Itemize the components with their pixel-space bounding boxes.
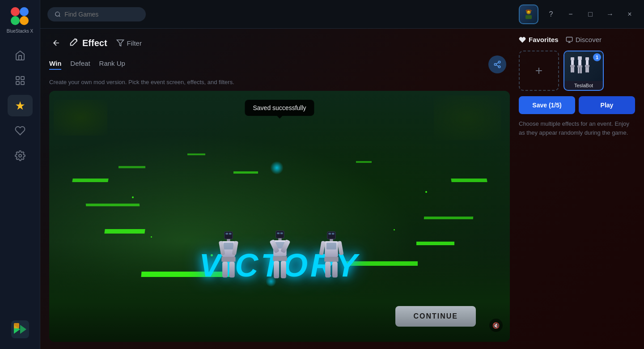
filter-button[interactable]: Filter bbox=[113, 37, 145, 49]
search-input[interactable] bbox=[64, 11, 139, 18]
bg-foliage-left bbox=[54, 100, 107, 136]
robot-left-svg bbox=[216, 230, 241, 284]
svg-rect-53 bbox=[337, 241, 343, 255]
svg-rect-70 bbox=[585, 65, 589, 67]
svg-point-21 bbox=[498, 61, 500, 64]
effect-card-name: TeslaBot bbox=[572, 81, 595, 90]
svg-rect-55 bbox=[325, 262, 330, 277]
favorites-heart-icon bbox=[519, 36, 526, 43]
panel-tabs: Favorites Discover bbox=[519, 36, 635, 45]
continue-button[interactable]: CONTINUE bbox=[395, 306, 476, 327]
action-buttons: Save (1/5) Play bbox=[519, 96, 635, 114]
svg-rect-56 bbox=[332, 262, 337, 277]
minimize-button[interactable]: − bbox=[564, 7, 578, 21]
svg-rect-38 bbox=[278, 238, 281, 240]
sidebar-nav bbox=[8, 45, 33, 319]
svg-rect-54 bbox=[324, 257, 338, 262]
tab-favorites[interactable]: Favorites bbox=[519, 36, 559, 45]
tab-rankup[interactable]: Rank Up bbox=[99, 60, 125, 70]
svg-rect-6 bbox=[16, 81, 19, 85]
robot-center-svg bbox=[267, 230, 292, 284]
svg-rect-57 bbox=[566, 37, 572, 41]
svg-rect-72 bbox=[587, 67, 589, 72]
robot-right bbox=[319, 230, 343, 284]
close-button[interactable]: × bbox=[623, 7, 637, 21]
svg-rect-43 bbox=[273, 256, 287, 261]
svg-rect-36 bbox=[277, 233, 280, 234]
svg-rect-25 bbox=[225, 233, 228, 234]
svg-rect-65 bbox=[577, 65, 582, 68]
heart-icon bbox=[15, 125, 25, 136]
page-title: Effect bbox=[82, 38, 107, 48]
sidebar-item-apps[interactable] bbox=[8, 70, 33, 91]
preview-background: VICTORY bbox=[49, 91, 510, 342]
sound-toggle-button[interactable]: 🔇 bbox=[489, 319, 503, 332]
svg-rect-29 bbox=[223, 243, 233, 250]
sidebar-item-home[interactable] bbox=[8, 45, 33, 66]
apps-icon bbox=[15, 75, 25, 86]
robot-right-svg bbox=[319, 230, 343, 284]
play-button[interactable]: Play bbox=[579, 96, 635, 114]
game-avatar[interactable] bbox=[519, 4, 538, 24]
saved-tooltip: Saved successfully bbox=[245, 100, 314, 116]
sidebar-item-settings[interactable] bbox=[8, 145, 33, 166]
home-icon bbox=[15, 50, 25, 61]
svg-rect-15 bbox=[525, 15, 532, 19]
svg-point-8 bbox=[19, 154, 21, 157]
share-icon bbox=[493, 60, 501, 68]
svg-point-0 bbox=[11, 7, 20, 16]
tab-description: Create your own mod version. Pick the ev… bbox=[49, 79, 510, 85]
effects-grid: + bbox=[519, 51, 635, 91]
main-area: ? − □ → × bbox=[40, 0, 644, 349]
topbar-right: ? − □ → × bbox=[519, 4, 637, 24]
tab-defeat[interactable]: Defeat bbox=[70, 60, 90, 70]
preview-container: VICTORY bbox=[49, 91, 510, 342]
wand-icon bbox=[69, 37, 79, 47]
bluestacks-bottom-icon bbox=[9, 319, 31, 340]
tab-discover[interactable]: Discover bbox=[566, 36, 602, 45]
filter-icon bbox=[116, 39, 124, 47]
discover-label: Discover bbox=[576, 36, 602, 43]
forward-button[interactable]: → bbox=[603, 7, 617, 21]
svg-rect-45 bbox=[280, 261, 286, 278]
avatar-icon bbox=[522, 8, 535, 21]
bg-foliage-right bbox=[434, 95, 501, 140]
svg-rect-51 bbox=[326, 243, 336, 250]
settings-icon bbox=[15, 150, 25, 161]
robot-center bbox=[267, 230, 292, 284]
sidebar-item-favorites[interactable] bbox=[8, 120, 33, 141]
svg-point-3 bbox=[20, 16, 29, 25]
save-button[interactable]: Save (1/5) bbox=[519, 96, 575, 114]
svg-point-1 bbox=[20, 7, 29, 16]
svg-marker-20 bbox=[117, 40, 123, 46]
svg-rect-63 bbox=[578, 56, 582, 60]
tab-win[interactable]: Win bbox=[49, 60, 61, 70]
add-effect-button[interactable]: + bbox=[519, 51, 559, 91]
effect-card-teslabot[interactable]: TeslaBot 1 bbox=[564, 51, 604, 91]
svg-rect-27 bbox=[227, 239, 230, 241]
sidebar-item-effects[interactable] bbox=[8, 95, 33, 116]
bg-scene bbox=[49, 91, 510, 342]
svg-rect-7 bbox=[21, 81, 24, 85]
svg-rect-62 bbox=[572, 67, 574, 72]
favorites-label: Favorites bbox=[529, 36, 559, 43]
maximize-button[interactable]: □ bbox=[583, 7, 597, 21]
effect-count-badge: 1 bbox=[593, 53, 601, 61]
back-button[interactable] bbox=[49, 36, 64, 50]
search-box[interactable] bbox=[47, 7, 146, 21]
help-button[interactable]: ? bbox=[544, 7, 558, 21]
saved-text: Saved successfully bbox=[253, 104, 306, 111]
svg-rect-66 bbox=[578, 68, 580, 73]
svg-rect-67 bbox=[580, 68, 582, 73]
svg-rect-5 bbox=[21, 77, 24, 80]
svg-rect-52 bbox=[319, 241, 326, 255]
app-logo: BlueStacks X bbox=[7, 5, 33, 34]
page-title-section: Effect bbox=[69, 37, 107, 49]
sidebar: BlueStacks X bbox=[0, 0, 40, 349]
share-button[interactable] bbox=[488, 55, 506, 73]
svg-rect-58 bbox=[571, 57, 574, 60]
svg-point-2 bbox=[11, 16, 20, 25]
discover-icon bbox=[566, 36, 573, 43]
svg-rect-37 bbox=[280, 233, 283, 234]
hint-text: Choose multiple effects for an event. En… bbox=[519, 119, 635, 137]
